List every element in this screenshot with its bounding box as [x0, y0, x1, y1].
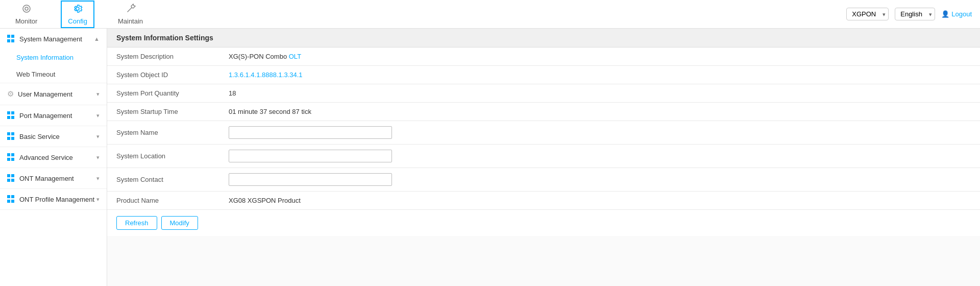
sidebar-section-port-management: Port Management ▾: [0, 105, 107, 126]
system-name-input[interactable]: [229, 126, 392, 139]
table-row: System Contact: [107, 168, 980, 192]
field-value-system-name: [219, 121, 980, 145]
nav-monitor-label: Monitor: [15, 17, 37, 25]
content-area: System Information Settings System Descr…: [107, 29, 980, 286]
chevron-up-icon: ▲: [94, 36, 100, 42]
gear-icon-user: ⚙: [7, 89, 14, 99]
sidebar-header-advanced-service[interactable]: Advanced Service ▾: [0, 147, 107, 168]
field-value-system-contact: [219, 168, 980, 192]
table-row: System Name: [107, 121, 980, 145]
nav-config[interactable]: Config: [61, 1, 94, 28]
sidebar-header-ont-profile-management[interactable]: ONT Profile Management ▾: [0, 189, 107, 209]
sidebar-section-advanced-service: Advanced Service ▾: [0, 147, 107, 168]
language-select-wrap[interactable]: English: [895, 8, 935, 20]
sidebar-section-user-management: ⚙ User Management ▾: [0, 83, 107, 105]
sidebar-section-ont-management: ONT Management ▾: [0, 168, 107, 189]
grid-icon-port: [7, 111, 15, 120]
advanced-service-label: Advanced Service: [19, 154, 73, 161]
table-row: Product Name XG08 XGSPON Product: [107, 192, 980, 210]
sidebar-header-left-user: ⚙ User Management: [7, 89, 72, 99]
table-row: System Description XG(S)-PON Combo OLT: [107, 47, 980, 66]
field-value-system-description: XG(S)-PON Combo OLT: [219, 47, 980, 66]
nav-right: XGPON English 👤 Logout: [846, 8, 972, 20]
sidebar-header-basic-service[interactable]: Basic Service ▾: [0, 126, 107, 147]
sidebar-section-ont-profile-management: ONT Profile Management ▾: [0, 189, 107, 210]
sidebar-header-left-basic: Basic Service: [7, 132, 60, 140]
user-icon: 👤: [941, 10, 949, 18]
nav-maintain[interactable]: Maintain: [111, 1, 150, 28]
sidebar-header-left: System Management: [7, 35, 82, 43]
monitor-icon: [21, 4, 32, 16]
nav-items: Monitor Config Maintain: [8, 1, 846, 28]
sidebar-header-left-advanced: Advanced Service: [7, 153, 73, 161]
system-management-subitems: System Information Web Timeout: [0, 49, 107, 83]
olt-link[interactable]: OLT: [289, 53, 301, 60]
sidebar-item-system-information[interactable]: System Information: [0, 49, 107, 66]
sidebar-header-system-management[interactable]: System Management ▲: [0, 29, 107, 49]
chevron-down-icon-port: ▾: [96, 112, 100, 119]
field-label-system-contact: System Contact: [107, 168, 219, 192]
button-row: Refresh Modify: [107, 210, 980, 236]
chevron-down-icon-user: ▾: [96, 91, 100, 98]
ont-management-label: ONT Management: [19, 175, 74, 182]
content-title: System Information Settings: [107, 29, 980, 47]
object-id-link[interactable]: 1.3.6.1.4.1.8888.1.3.34.1: [229, 71, 303, 79]
field-label-system-name: System Name: [107, 121, 219, 145]
table-row: System Port Quantity 18: [107, 84, 980, 103]
port-management-label: Port Management: [19, 112, 72, 120]
field-label-system-port-quantity: System Port Quantity: [107, 84, 219, 103]
field-label-system-object-id: System Object ID: [107, 66, 219, 84]
sidebar-header-left-port: Port Management: [7, 111, 72, 120]
user-management-label: User Management: [18, 90, 72, 98]
field-label-system-location: System Location: [107, 145, 219, 168]
system-management-label: System Management: [19, 35, 82, 43]
sidebar-header-left-ont-profile: ONT Profile Management: [7, 195, 94, 203]
field-value-system-port-quantity: 18: [219, 84, 980, 103]
nav-monitor[interactable]: Monitor: [8, 1, 44, 28]
sidebar-header-ont-management[interactable]: ONT Management ▾: [0, 168, 107, 188]
grid-icon-ont: [7, 174, 15, 182]
nav-config-label: Config: [68, 17, 87, 25]
field-label-product-name: Product Name: [107, 192, 219, 210]
ont-profile-management-label: ONT Profile Management: [19, 196, 94, 203]
chevron-down-icon-ont-profile: ▾: [96, 196, 100, 203]
xgpon-select[interactable]: XGPON: [846, 8, 889, 20]
config-icon: [72, 4, 83, 16]
table-row: System Startup Time 01 minute 37 second …: [107, 103, 980, 121]
field-value-product-name: XG08 XGSPON Product: [219, 192, 980, 210]
sidebar-section-system-management: System Management ▲ System Information W…: [0, 29, 107, 83]
sidebar-section-basic-service: Basic Service ▾: [0, 126, 107, 147]
table-row: System Object ID 1.3.6.1.4.1.8888.1.3.34…: [107, 66, 980, 84]
refresh-button[interactable]: Refresh: [116, 216, 157, 230]
sidebar-item-web-timeout[interactable]: Web Timeout: [0, 66, 107, 83]
sidebar: System Management ▲ System Information W…: [0, 29, 107, 286]
grid-icon-basic: [7, 132, 15, 140]
field-label-system-description: System Description: [107, 47, 219, 66]
grid-icon-system: [7, 35, 15, 43]
xgpon-select-wrap[interactable]: XGPON: [846, 8, 889, 20]
nav-maintain-label: Maintain: [118, 17, 143, 25]
sidebar-header-port-management[interactable]: Port Management ▾: [0, 105, 107, 126]
logout-button[interactable]: 👤 Logout: [941, 10, 972, 18]
chevron-down-icon-basic: ▾: [96, 133, 100, 140]
svg-point-0: [23, 5, 30, 12]
grid-icon-advanced: [7, 153, 15, 161]
chevron-down-icon-ont: ▾: [96, 175, 100, 182]
svg-point-1: [25, 7, 28, 10]
field-label-system-startup-time: System Startup Time: [107, 103, 219, 121]
info-table: System Description XG(S)-PON Combo OLT S…: [107, 47, 980, 210]
chevron-down-icon-advanced: ▾: [96, 154, 100, 161]
field-value-system-startup-time: 01 minute 37 second 87 tick: [219, 103, 980, 121]
sidebar-header-left-ont: ONT Management: [7, 174, 74, 182]
field-value-system-location: [219, 145, 980, 168]
field-value-system-object-id: 1.3.6.1.4.1.8888.1.3.34.1: [219, 66, 980, 84]
sidebar-header-user-management[interactable]: ⚙ User Management ▾: [0, 83, 107, 105]
language-select[interactable]: English: [895, 8, 935, 20]
table-row: System Location: [107, 145, 980, 168]
system-contact-input[interactable]: [229, 173, 392, 186]
grid-icon-ont-profile: [7, 195, 15, 203]
maintain-icon: [126, 4, 136, 16]
modify-button[interactable]: Modify: [161, 216, 198, 230]
system-location-input[interactable]: [229, 150, 392, 162]
content-body: System Description XG(S)-PON Combo OLT S…: [107, 47, 980, 236]
